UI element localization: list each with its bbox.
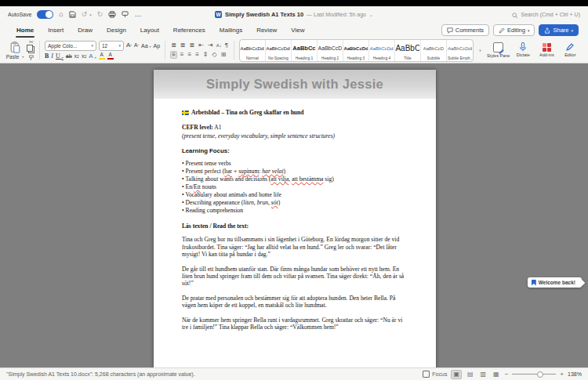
- paragraph-marks-icon[interactable]: ¶: [224, 42, 229, 49]
- bullet-item: • Talking about wants and decisions (att…: [182, 176, 408, 183]
- zoom-out-button[interactable]: −: [505, 371, 509, 378]
- grow-font-button[interactable]: Aˆ: [126, 42, 132, 49]
- tab-review[interactable]: Review: [249, 24, 284, 36]
- bullet-item: • Present perfect (har + supinum: har ve…: [182, 168, 408, 175]
- numbered-list-icon[interactable]: ≣: [180, 42, 187, 49]
- sort-icon[interactable]: A↓: [216, 43, 222, 48]
- status-bar: "Simply Swedish A1 Texts 10.docx": 5,268…: [0, 367, 588, 380]
- undo-dropdown-icon[interactable]: ▾: [89, 13, 92, 17]
- tab-home[interactable]: Home: [9, 24, 41, 36]
- cut-icon[interactable]: ✂: [29, 39, 34, 45]
- justify-icon[interactable]: ≡: [194, 51, 200, 59]
- styles-pane-icon: [493, 42, 503, 52]
- share-button[interactable]: Share ▾: [539, 24, 579, 36]
- underline-button[interactable]: U ▾: [56, 53, 64, 60]
- redo-icon[interactable]: ↻: [97, 11, 103, 18]
- line-spacing-icon[interactable]: ⇕: [202, 51, 209, 59]
- tab-references[interactable]: References: [166, 24, 212, 36]
- titlebar: AutoSave ⌂ ↺ ▾ ↻ … W Simply Swedish A1 T…: [0, 6, 588, 23]
- tab-design[interactable]: Design: [100, 24, 133, 36]
- increase-indent-icon[interactable]: ⇥: [207, 42, 214, 49]
- tab-layout[interactable]: Layout: [133, 24, 166, 36]
- style-card-normal[interactable]: AaBbCcDdENormal: [240, 40, 266, 61]
- style-card-heading-1[interactable]: AaBbCcHeading 1: [292, 40, 318, 61]
- bullet-list-icon[interactable]: ≣: [170, 42, 177, 49]
- style-card-heading-4[interactable]: AaBbCcDdEHeading 4: [369, 40, 395, 61]
- tab-mailings[interactable]: Mailings: [212, 24, 249, 36]
- document-canvas: Simply Swedish with Jessie Arbetsblad – …: [0, 63, 588, 369]
- add-ins-button[interactable]: Add-ins: [536, 43, 557, 57]
- strikethrough-button[interactable]: ab: [66, 53, 72, 59]
- print-icon[interactable]: [108, 11, 116, 18]
- style-card-heading-3[interactable]: AaBbCcDdEHeading 3: [343, 40, 369, 61]
- style-card-title[interactable]: AaBbCTitle: [395, 40, 421, 61]
- editing-caret-icon: ▾: [528, 28, 530, 33]
- align-center-icon[interactable]: ≡: [180, 51, 185, 59]
- share-caret-icon: ▾: [571, 28, 573, 33]
- zoom-slider-thumb[interactable]: [537, 371, 543, 378]
- editor-button[interactable]: Editor: [560, 42, 580, 57]
- shrink-font-button[interactable]: Aˇ: [134, 43, 139, 49]
- font-name-combo[interactable]: Apple Colo...▾: [45, 41, 96, 51]
- undo-icon[interactable]: ↺: [82, 11, 88, 18]
- multilevel-list-icon[interactable]: ≣: [189, 42, 196, 49]
- print-layout-view-button[interactable]: ▣: [451, 370, 462, 379]
- borders-icon[interactable]: ⊞: [220, 51, 227, 59]
- title-chevron-icon[interactable]: ⌄: [369, 12, 373, 17]
- font-size-combo[interactable]: 12▾: [99, 41, 124, 51]
- document-page[interactable]: Simply Swedish with Jessie Arbetsblad – …: [154, 70, 436, 369]
- decrease-indent-icon[interactable]: ⇤: [198, 42, 205, 49]
- copy-icon[interactable]: [28, 46, 34, 53]
- superscript-button[interactable]: x2: [82, 53, 86, 59]
- bullet-item: • Reading comprehension: [182, 207, 408, 214]
- autosave-toggle[interactable]: [37, 10, 53, 19]
- styles-pane-button[interactable]: Styles Pane: [487, 42, 510, 58]
- subscript-button[interactable]: x2: [74, 53, 79, 59]
- tab-view[interactable]: View: [284, 24, 311, 36]
- document-title: Simply Swedish A1 Texts 10: [225, 11, 303, 18]
- change-case-button[interactable]: Aa ▾: [141, 43, 151, 49]
- home-icon[interactable]: ⌂: [59, 11, 63, 18]
- web-layout-view-button[interactable]: ▤: [466, 371, 475, 378]
- text-effects-button[interactable]: A ▾: [89, 53, 96, 60]
- highlight-color-button[interactable]: A: [99, 52, 105, 60]
- italic-button[interactable]: I: [51, 53, 53, 60]
- style-card-no-spacing[interactable]: AaBbCcDdENo Spacing: [266, 40, 292, 61]
- bold-button[interactable]: B: [45, 53, 49, 60]
- autosave-label: AutoSave: [8, 12, 31, 17]
- style-card-subtle-emph-[interactable]: AaBbCcDdESubtle Emph...: [447, 40, 473, 61]
- editing-mode-button[interactable]: Editing ▾: [493, 24, 535, 36]
- document-title-area[interactable]: W Simply Swedish A1 Texts 10 — Last Modi…: [215, 6, 373, 23]
- save-icon[interactable]: [69, 11, 76, 18]
- story-paragraph: Tina och Greg bor nu tillsammans i sin l…: [182, 236, 408, 258]
- style-card-heading-2[interactable]: AaBbCcDHeading 2: [318, 40, 343, 61]
- more-commands-icon[interactable]: …: [134, 11, 141, 18]
- zoom-in-button[interactable]: +: [560, 371, 564, 378]
- style-card-subtitle[interactable]: AaBbCcDSubtitle: [421, 40, 447, 61]
- outline-view-button[interactable]: ▥: [479, 371, 488, 378]
- format-painter-icon[interactable]: [122, 11, 129, 18]
- tab-insert[interactable]: Insert: [41, 24, 71, 36]
- font-color-button[interactable]: A: [107, 52, 114, 60]
- character-count-label: "Simply Swedish A1 Texts 10.docx": 5,268…: [6, 371, 195, 377]
- tab-draw[interactable]: Draw: [71, 24, 100, 36]
- quick-access-toolbar: AutoSave ⌂ ↺ ▾ ↻ …: [8, 10, 141, 19]
- align-left-icon[interactable]: ≡: [170, 51, 177, 59]
- pencil-icon: [499, 27, 505, 34]
- styles-gallery-expand-icon[interactable]: ›: [477, 48, 484, 53]
- zoom-slider[interactable]: [512, 374, 556, 375]
- draft-view-button[interactable]: ▦: [492, 371, 501, 378]
- paste-button[interactable]: Paste ▾: [5, 42, 25, 60]
- ribbon-tabs: HomeInsertDrawDesignLayoutReferencesMail…: [9, 24, 312, 36]
- format-painter-small-icon[interactable]: [28, 55, 34, 61]
- align-right-icon[interactable]: ≡: [187, 51, 192, 59]
- dictate-button[interactable]: Dictate: [513, 42, 533, 57]
- font-group: Apple Colo...▾ 12▾ Aˆ Aˇ Aa ▾ Ap B I U ▾…: [45, 39, 160, 61]
- focus-button[interactable]: Focus: [423, 371, 447, 378]
- clear-formatting-button[interactable]: Ap: [154, 43, 161, 49]
- shading-icon[interactable]: ◇: [212, 51, 218, 59]
- comments-button[interactable]: Comments: [441, 24, 489, 36]
- styles-gallery: AaBbCcDdENormalAaBbCcDdENo SpacingAaBbCc…: [239, 39, 474, 62]
- welcome-back-tooltip[interactable]: Welcome back!: [528, 277, 582, 288]
- search-input[interactable]: Search (Cmd + Ctrl + U): [512, 8, 580, 22]
